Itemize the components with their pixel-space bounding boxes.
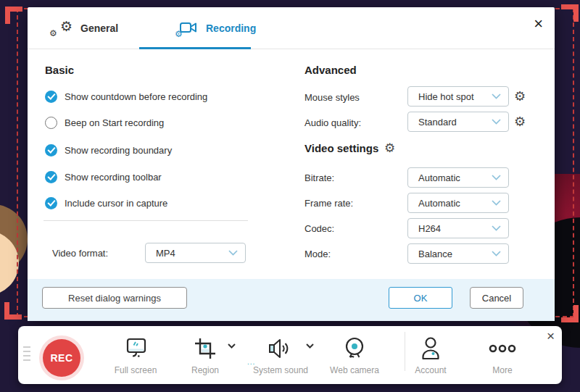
toolbar-item-region[interactable]: Region [170, 333, 240, 375]
frame-rate-dropdown[interactable]: Automatic [407, 193, 509, 213]
settings-dialog: ⚙⚙ General ⚙ Recording × Basic [28, 7, 555, 321]
toolbar-item-label: Region [170, 365, 240, 375]
mouse-styles-settings-icon[interactable]: ⚙ [514, 90, 526, 103]
option-label: Show countdown before recording [65, 91, 207, 102]
checkbox-icon[interactable] [45, 91, 57, 103]
mouse-styles-label: Mouse styles [304, 92, 360, 103]
mouse-styles-dropdown[interactable]: Hide hot spot [407, 86, 509, 107]
toolbar-item-more[interactable]: More [468, 333, 537, 375]
audio-quality-label: Audio quality: [304, 117, 361, 128]
mode-label: Mode: [304, 249, 331, 259]
option-beep-on-start[interactable]: Beep on Start recording [45, 116, 164, 129]
checkbox-icon[interactable] [45, 197, 57, 209]
rec-button-label: REC [50, 352, 72, 364]
video-format-label: Video format: [52, 248, 108, 259]
toolbar-item-account[interactable]: Account [396, 333, 465, 375]
chevron-down-icon[interactable] [228, 343, 236, 349]
option-show-boundary[interactable]: Show recording boundary [45, 143, 172, 157]
toolbar-item-label: Account [396, 365, 465, 375]
dropdown-value: Automatic [418, 198, 489, 209]
system-sound-icon [268, 337, 294, 360]
toolbar-item-label: More [468, 365, 537, 375]
chevron-down-icon [492, 175, 501, 180]
mode-dropdown[interactable]: Balance [407, 243, 509, 264]
option-show-toolbar[interactable]: Show recording toolbar [45, 170, 162, 183]
account-icon [420, 336, 442, 361]
video-format-dropdown[interactable]: MP4 [145, 243, 246, 263]
ok-button[interactable]: OK [389, 287, 452, 309]
option-label: Show recording toolbar [65, 172, 162, 183]
chevron-down-icon[interactable] [306, 343, 314, 349]
tab-general-label: General [80, 22, 118, 34]
checkbox-icon[interactable] [45, 171, 57, 183]
reset-dialog-warnings-button[interactable]: Reset dialog warnings [42, 287, 187, 309]
checkbox-icon[interactable] [45, 117, 57, 129]
toolbar-item-label: System sound [246, 365, 315, 375]
gears-icon: ⚙⚙ [49, 19, 74, 38]
chevron-down-icon [492, 200, 501, 206]
region-icon [194, 337, 217, 360]
codec-dropdown[interactable]: H264 [407, 218, 509, 238]
bitrate-label: Bitrate: [304, 172, 334, 183]
rec-button[interactable]: REC [43, 339, 80, 377]
option-show-countdown[interactable]: Show countdown before recording [45, 90, 207, 103]
checkbox-icon[interactable] [45, 144, 57, 157]
basic-heading: Basic [45, 64, 74, 76]
toolbar-item-web-camera[interactable]: Web camera [320, 333, 389, 375]
toolbar-item-full-screen[interactable]: Full screen [101, 333, 170, 375]
full-screen-icon [123, 337, 148, 360]
dropdown-value: Standard [418, 117, 489, 128]
toolbar-item-label: Web camera [320, 365, 389, 375]
toolbar-item-system-sound[interactable]: ... System sound [246, 333, 315, 375]
option-label: Include cursor in capture [65, 198, 167, 209]
option-include-cursor[interactable]: Include cursor in capture [45, 196, 167, 209]
dropdown-value: Automatic [418, 172, 489, 183]
more-icon [488, 342, 517, 355]
tab-recording[interactable]: ⚙ Recording [176, 7, 256, 49]
tab-recording-label: Recording [206, 22, 256, 34]
video-settings-heading: Video settings [304, 142, 378, 154]
boundary-corner-bottom-right[interactable] [561, 305, 579, 322]
toolbar-item-label: Full screen [101, 365, 170, 375]
boundary-corner-top-right[interactable] [561, 4, 579, 22]
web-camera-icon [343, 336, 366, 361]
toolbar-close-icon[interactable]: × [547, 329, 555, 343]
dropdown-value: H264 [418, 223, 489, 234]
bitrate-dropdown[interactable]: Automatic [407, 167, 509, 188]
chevron-down-icon [228, 250, 238, 256]
advanced-heading: Advanced [304, 64, 357, 76]
divider [44, 220, 248, 221]
chevron-down-icon [492, 119, 501, 125]
boundary-corner-top-left[interactable] [5, 7, 22, 24]
audio-quality-dropdown[interactable]: Standard [407, 112, 509, 132]
chevron-down-icon [492, 225, 501, 231]
chevron-down-icon [492, 93, 501, 99]
video-settings-gear-icon[interactable]: ⚙ [384, 142, 395, 154]
cancel-button[interactable]: Cancel [470, 287, 523, 309]
boundary-corner-bottom-left[interactable] [4, 302, 22, 320]
dropdown-value: MP4 [156, 248, 225, 259]
screen: ⚙⚙ General ⚙ Recording × Basic [0, 0, 580, 392]
option-label: Show recording boundary [65, 145, 172, 156]
recorder-toolbar: REC Full screen [18, 326, 562, 384]
dropdown-value: Balance [418, 249, 489, 259]
dropdown-value: Hide hot spot [418, 91, 489, 102]
drag-handle[interactable] [23, 346, 30, 364]
codec-label: Codec: [304, 223, 334, 234]
chevron-down-icon [492, 251, 501, 257]
option-label: Beep on Start recording [65, 117, 164, 128]
video-camera-icon: ⚙ [176, 20, 199, 37]
frame-rate-label: Frame rate: [304, 198, 353, 209]
tab-general[interactable]: ⚙⚙ General [49, 7, 118, 49]
dialog-footer: Reset dialog warnings OK Cancel [28, 279, 555, 321]
active-tab-underline [139, 47, 251, 49]
dialog-header: ⚙⚙ General ⚙ Recording × [28, 7, 555, 49]
audio-quality-settings-icon[interactable]: ⚙ [514, 115, 526, 128]
dialog-close-icon[interactable]: × [534, 16, 543, 32]
